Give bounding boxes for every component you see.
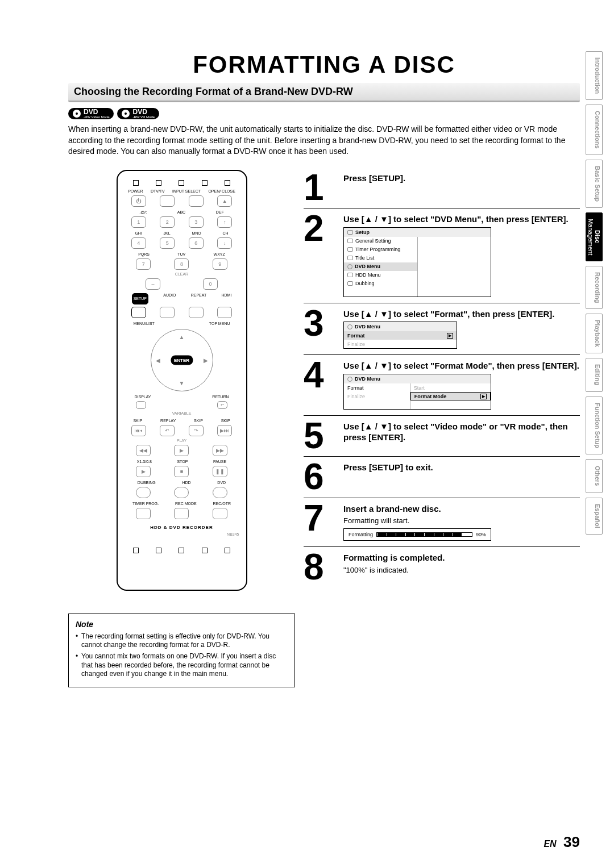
arrow-up-icon: ▲ [364,422,373,432]
timer-icon [347,247,353,252]
step-4-title: Use [▲ / ▼] to select "Format Mode", the… [343,361,580,372]
badge-dvd-rw-vr: DVD -RW VR Mode [117,108,159,119]
page-footer: EN 39 [0,833,580,851]
tab-function-setup[interactable]: Function Setup [586,397,603,454]
arrow-right-icon: ▶ [480,394,487,399]
badge-dvd-rw-video: DVD -RW Video Mode [68,108,114,119]
page-title: FORMATTING A DISC [68,51,580,78]
badge-text-big: DVD [84,108,109,115]
intro-paragraph: When inserting a brand-new DVD-RW, the u… [68,124,580,157]
step-4: 4 Use [▲ / ▼] to select "Format Mode", t… [304,357,580,416]
osd-formatting-progress: Formatting 90% [343,528,491,541]
note-item: The recording format setting is effectiv… [76,632,288,650]
dubbing-icon [347,281,353,286]
note-box: Note The recording format setting is eff… [68,614,295,687]
gear-icon [347,239,353,243]
side-tabs: Introduction Connections Basic Setup Dis… [586,51,603,535]
arrow-up-icon: ▲ [179,334,185,340]
footer-language: EN [544,839,556,849]
step-8-title: Formatting is completed. [343,553,580,564]
step-1-title: Press [SETUP]. [343,173,580,184]
disc-icon [347,377,352,382]
tab-basic-setup[interactable]: Basic Setup [586,160,603,208]
tab-disc-management-sub: Management [587,219,594,255]
arrow-down-icon: ▼ [380,214,388,225]
disc-icon [347,264,352,269]
tab-espanol[interactable]: Español [586,498,603,535]
step-6: 6 Press [SETUP] to exit. [304,459,580,498]
step-1: 1 Press [SETUP]. [304,170,580,208]
remote-enter-button: ENTER [171,355,193,365]
arrow-up-icon: ▲ [364,214,373,225]
step-7: 7 Insert a brand-new disc. Formatting wi… [304,500,580,548]
step-7-subtitle: Formatting will start. [343,516,580,525]
arrow-up-icon: ▲ [364,361,373,372]
remote-model-label: NB345 [125,532,239,536]
arrow-right-icon: ▶ [447,333,453,339]
hdd-icon [347,273,353,277]
disc-badges: DVD -RW Video Mode DVD -RW VR Mode [68,108,580,119]
note-item: You cannot mix two formats on one DVD-RW… [76,652,288,679]
disc-icon [122,110,130,118]
section-header: Choosing the Recording Format of a Brand… [68,83,580,102]
remote-nav-ring: ▲ ▼ ◀ ▶ ENTER [151,329,213,391]
step-6-title: Press [SETUP] to exit. [343,462,580,473]
tab-editing[interactable]: Editing [586,358,603,392]
footer-page-number: 39 [563,833,580,850]
tab-connections[interactable]: Connections [586,105,603,155]
arrow-right-icon: ▶ [204,357,208,363]
remote-footer-label: HDD & DVD RECORDER [125,525,239,530]
arrow-left-icon: ◀ [156,357,160,363]
arrow-down-icon: ▼ [179,380,185,386]
list-icon [347,256,353,260]
disc-icon [73,110,81,118]
menu-icon [347,230,353,235]
osd-setup-menu: Setup General Setting Timer Programming … [343,227,491,297]
progress-label: Formatting [349,532,373,537]
step-5-title: Use [▲ / ▼] to select "Video mode" or "V… [343,422,580,443]
step-7-title: Insert a brand-new disc. [343,504,580,515]
arrow-up-icon: ▲ [364,309,373,320]
step-3-title: Use [▲ / ▼] to select "Format", then pre… [343,309,580,320]
tab-others[interactable]: Others [586,459,603,493]
osd-dvd-menu: DVD Menu Format▶ Finalize [343,322,457,349]
step-2: 2 Use [▲ / ▼] to select "DVD Menu", then… [304,211,580,303]
disc-icon [347,324,352,329]
tab-recording[interactable]: Recording [586,266,603,309]
tab-disc-management-main: Disc [594,230,601,243]
tab-introduction[interactable]: Introduction [586,51,603,100]
arrow-down-icon: ▼ [380,422,388,432]
osd-format-mode: DVD Menu Format Finalize Start Format Mo… [343,374,491,410]
badge-text-big: DVD [132,108,155,115]
tab-disc-management[interactable]: Disc Management [586,212,603,261]
note-title: Note [76,620,288,629]
progress-percent: 90% [476,532,486,537]
arrow-down-icon: ▼ [380,361,388,372]
step-8: 8 Formatting is completed. "100%" is ind… [304,549,580,587]
step-3: 3 Use [▲ / ▼] to select "Format", then p… [304,306,580,356]
remote-control-illustration: POWER DTV/TV INPUT SELECT OPEN/ CLOSE ⏻▲… [117,170,247,591]
step-5: 5 Use [▲ / ▼] to select "Video mode" or … [304,418,580,457]
step-2-title: Use [▲ / ▼] to select "DVD Menu", then p… [343,214,580,225]
step-8-subtitle: "100%" is indicated. [343,566,580,574]
steps-column: 1 Press [SETUP]. 2 Use [▲ / ▼] to select… [304,170,580,590]
remote-setup-button: SETUP [132,293,148,304]
arrow-down-icon: ▼ [380,309,388,320]
tab-playback[interactable]: Playback [586,314,603,353]
